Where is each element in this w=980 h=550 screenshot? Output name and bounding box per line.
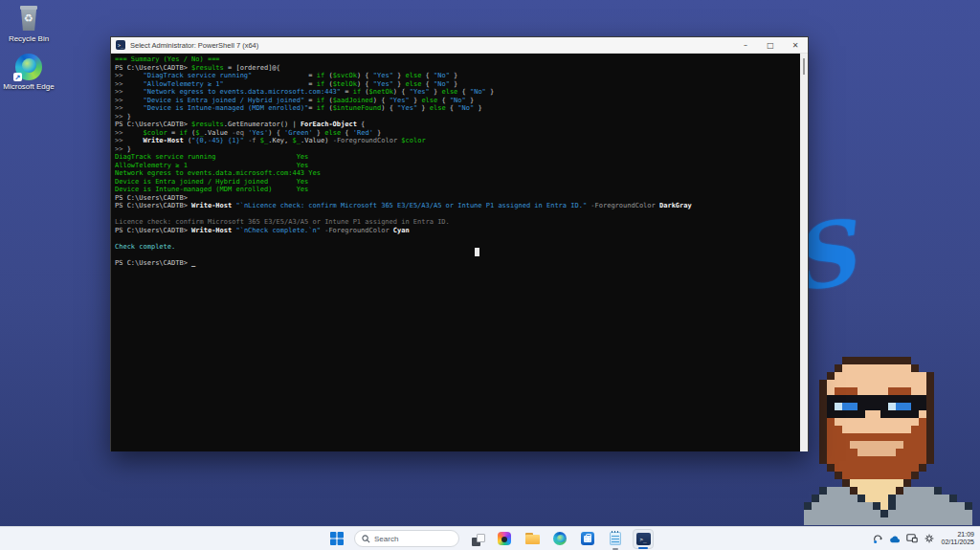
- terminal-line: PS C:\Users\CADTB> Write-Host "`nLicence…: [115, 202, 800, 210]
- terminal-line: Licence check: confirm Microsoft 365 E3/…: [115, 218, 800, 227]
- start-button[interactable]: [326, 529, 347, 549]
- desktop-icon-label: Recycle Bin: [2, 34, 56, 43]
- terminal-line: Device is Intune-managed (MDM enrolled) …: [115, 186, 800, 194]
- terminal-line: Network egress to events.data.microsoft.…: [115, 169, 800, 178]
- terminal-line: [115, 210, 800, 219]
- text-cursor-block: [475, 248, 479, 256]
- taskbar-clock[interactable]: 21:09 02/11/2025: [941, 531, 976, 546]
- terminal-line: === Summary (Yes / No) ===: [115, 55, 800, 64]
- desktop-icon-label: Microsoft Edge: [2, 82, 56, 91]
- terminal-line: >> "Device is Intune-managed (MDM enroll…: [115, 104, 800, 113]
- desktop-icon-recycle-bin[interactable]: ♻ Recycle Bin: [2, 6, 56, 43]
- terminal-line: PS C:\Users\CADTB>: [115, 194, 800, 203]
- powershell-window: >_ Select Administrator: PowerShell 7 (x…: [110, 36, 809, 451]
- close-button[interactable]: ✕: [783, 37, 808, 53]
- edge-taskbar-button[interactable]: [549, 529, 570, 549]
- window-title: Select Administrator: PowerShell 7 (x64): [130, 41, 733, 50]
- terminal-line: Device is Entra joined / Hybrid joined Y…: [115, 178, 800, 187]
- photos-app-button[interactable]: [494, 529, 515, 549]
- edge-icon: [553, 532, 567, 545]
- terminal-line: >> "DiagTrack service running" = if ($sv…: [115, 72, 800, 80]
- terminal-scrollbar[interactable]: [800, 54, 808, 451]
- terminal-line: DiagTrack service running Yes: [115, 153, 800, 162]
- terminal-line: PS C:\Users\CADTB> Write-Host "`nCheck c…: [115, 227, 800, 235]
- terminal-line: [115, 234, 800, 243]
- pixel-avatar-image: [804, 357, 972, 525]
- terminal-line: [115, 251, 800, 259]
- update-tray-icon[interactable]: [872, 533, 883, 544]
- terminal-line: Check complete.: [115, 243, 800, 252]
- terminal-line: >> "Device is Entra joined / Hybrid join…: [115, 97, 800, 105]
- notepad-icon: [610, 532, 621, 545]
- terminal-output[interactable]: === Summary (Yes / No) ===PS C:\Users\CA…: [111, 54, 800, 451]
- maximize-button[interactable]: □: [758, 37, 783, 53]
- windows-logo-icon: [330, 532, 344, 545]
- recycle-bin-icon: ♻: [17, 6, 40, 33]
- terminal-line: >> }: [115, 113, 800, 121]
- taskbar: Search >_: [0, 526, 980, 550]
- settings-sync-tray-icon[interactable]: [924, 533, 935, 544]
- active-app-indicator: [638, 547, 648, 549]
- task-view-icon: [469, 531, 485, 546]
- window-titlebar[interactable]: >_ Select Administrator: PowerShell 7 (x…: [111, 37, 808, 54]
- desktop-icon-microsoft-edge[interactable]: ↗ Microsoft Edge: [2, 54, 56, 91]
- terminal-line: PS C:\Users\CADTB> $results = [ordered]@…: [115, 64, 800, 73]
- file-explorer-button[interactable]: [522, 529, 543, 549]
- terminal-line: >> }: [115, 145, 800, 154]
- terminal-line: AllowTelemetry ≥ 1 Yes: [115, 162, 800, 170]
- terminal-line: PS C:\Users\CADTB> $results.GetEnumerato…: [115, 121, 800, 129]
- taskbar-search[interactable]: Search: [354, 530, 459, 547]
- microsoft-store-icon: [581, 532, 594, 545]
- search-icon: [362, 535, 370, 543]
- powershell-window-icon: >_: [116, 40, 125, 50]
- terminal-line: >> "Network egress to events.data.micros…: [115, 88, 800, 97]
- task-view-button[interactable]: [466, 529, 487, 549]
- photos-icon: [498, 532, 511, 545]
- minimize-button[interactable]: –: [733, 37, 758, 53]
- microsoft-store-button[interactable]: [577, 529, 598, 549]
- scrollbar-thumb[interactable]: [803, 58, 805, 75]
- powershell-icon: >_: [636, 533, 651, 545]
- terminal-line: >> Write-Host ("{0,-45} {1}" -f $_.Key, …: [115, 137, 800, 145]
- powershell-taskbar-button[interactable]: >_: [633, 529, 654, 549]
- terminal-line: PS C:\Users\CADTB> _: [115, 259, 800, 268]
- terminal-line: >> "AllowTelemetry ≥ 1" = if ($telOk) { …: [115, 80, 800, 89]
- notepad-button[interactable]: [605, 529, 626, 549]
- terminal-line: >> $color = if ($_.Value -eq 'Yes') { 'G…: [115, 129, 800, 138]
- onedrive-tray-icon[interactable]: [889, 533, 901, 544]
- search-label: Search: [374, 535, 398, 543]
- file-explorer-icon: [525, 533, 540, 544]
- clock-time: 21:09: [941, 531, 974, 539]
- clock-date: 02/11/2025: [941, 539, 974, 546]
- edge-icon: ↗: [15, 54, 42, 80]
- shortcut-arrow-icon: ↗: [13, 73, 22, 81]
- running-app-indicator: [612, 548, 618, 550]
- cast-display-tray-icon[interactable]: [906, 533, 918, 544]
